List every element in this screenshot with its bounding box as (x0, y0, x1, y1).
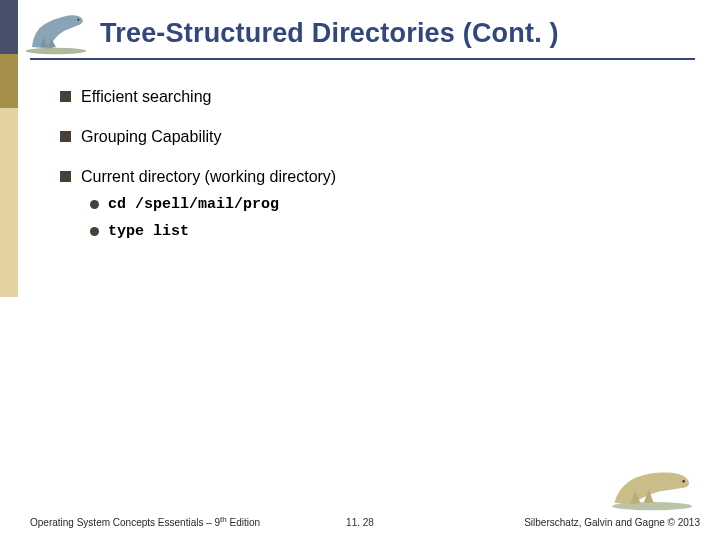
dinosaur-logo-bottom (602, 452, 702, 512)
sub-bullet-item: cd /spell/mail/prog (90, 196, 680, 213)
slide: Tree-Structured Directories (Cont. ) Eff… (0, 0, 720, 540)
square-bullet-icon (60, 131, 71, 142)
circle-bullet-icon (90, 200, 99, 209)
footer-copyright: Silberschatz, Galvin and Gagne © 2013 (524, 517, 700, 528)
dinosaur-logo-top (16, 6, 96, 56)
svg-point-3 (682, 480, 685, 483)
circle-bullet-icon (90, 227, 99, 236)
title-divider (30, 58, 695, 60)
sub-bullet-text: cd /spell/mail/prog (108, 196, 279, 213)
bullet-item: Efficient searching (60, 88, 680, 106)
bullet-item: Grouping Capability (60, 128, 680, 146)
svg-point-1 (77, 19, 79, 21)
bullet-item: Current directory (working directory) (60, 168, 680, 186)
sub-bullet-item: type list (90, 223, 680, 240)
bullet-text: Current directory (working directory) (81, 168, 336, 186)
slide-content: Efficient searching Grouping Capability … (60, 88, 680, 240)
square-bullet-icon (60, 171, 71, 182)
bullet-text: Efficient searching (81, 88, 211, 106)
bullet-text: Grouping Capability (81, 128, 222, 146)
slide-title: Tree-Structured Directories (Cont. ) (100, 18, 700, 49)
left-accent-stripe (0, 0, 18, 540)
svg-point-0 (26, 48, 87, 54)
sub-bullet-text: type list (108, 223, 189, 240)
square-bullet-icon (60, 91, 71, 102)
